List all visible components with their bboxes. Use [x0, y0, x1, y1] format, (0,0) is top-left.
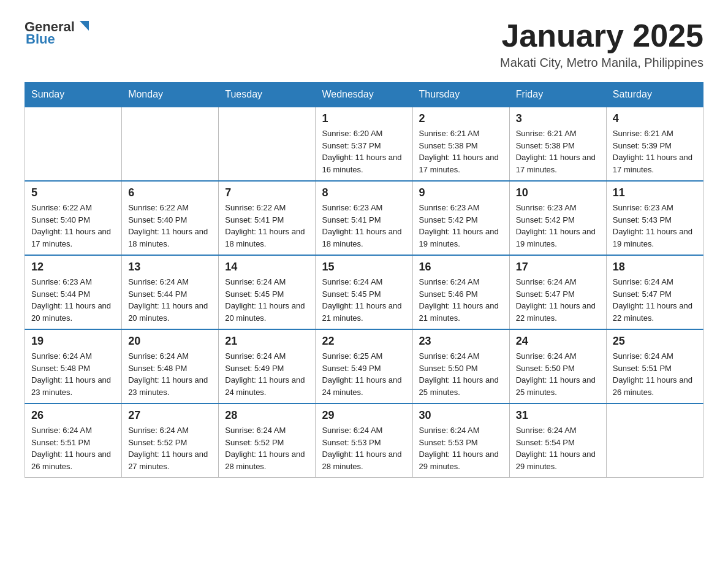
calendar-week-row: 19Sunrise: 6:24 AMSunset: 5:48 PMDayligh… [25, 329, 703, 404]
calendar-cell: 31Sunrise: 6:24 AMSunset: 5:54 PMDayligh… [509, 404, 606, 478]
calendar-cell: 30Sunrise: 6:24 AMSunset: 5:53 PMDayligh… [412, 404, 509, 478]
calendar-cell [25, 107, 122, 181]
day-info: Sunrise: 6:23 AMSunset: 5:42 PMDaylight:… [419, 202, 503, 250]
logo: General Blue [25, 18, 90, 47]
day-number: 20 [128, 335, 212, 348]
day-number: 14 [225, 261, 309, 274]
day-info: Sunrise: 6:23 AMSunset: 5:41 PMDaylight:… [322, 202, 406, 250]
day-number: 23 [419, 335, 503, 348]
day-number: 17 [516, 261, 600, 274]
title-area: January 2025 Makati City, Metro Manila, … [500, 18, 703, 70]
calendar-week-row: 1Sunrise: 6:20 AMSunset: 5:37 PMDaylight… [25, 107, 703, 181]
day-header-monday: Monday [122, 83, 219, 107]
day-number: 3 [516, 112, 600, 125]
day-number: 24 [516, 335, 600, 348]
day-number: 12 [31, 261, 115, 274]
day-header-saturday: Saturday [606, 83, 703, 107]
calendar-cell: 21Sunrise: 6:24 AMSunset: 5:49 PMDayligh… [219, 329, 316, 404]
day-info: Sunrise: 6:24 AMSunset: 5:50 PMDaylight:… [419, 350, 503, 398]
day-number: 7 [225, 186, 309, 199]
day-header-wednesday: Wednesday [316, 83, 412, 107]
day-number: 16 [419, 261, 503, 274]
calendar-cell: 26Sunrise: 6:24 AMSunset: 5:51 PMDayligh… [25, 404, 122, 478]
calendar-cell: 1Sunrise: 6:20 AMSunset: 5:37 PMDaylight… [316, 107, 412, 181]
day-number: 19 [31, 335, 115, 348]
day-number: 28 [225, 409, 309, 422]
day-info: Sunrise: 6:24 AMSunset: 5:45 PMDaylight:… [225, 276, 309, 324]
calendar-cell: 8Sunrise: 6:23 AMSunset: 5:41 PMDaylight… [316, 181, 412, 255]
calendar-cell: 6Sunrise: 6:22 AMSunset: 5:40 PMDaylight… [122, 181, 219, 255]
day-header-sunday: Sunday [25, 83, 122, 107]
day-number: 13 [128, 261, 212, 274]
day-info: Sunrise: 6:24 AMSunset: 5:52 PMDaylight:… [128, 424, 212, 472]
day-info: Sunrise: 6:24 AMSunset: 5:48 PMDaylight:… [128, 350, 212, 398]
day-info: Sunrise: 6:23 AMSunset: 5:42 PMDaylight:… [516, 202, 600, 250]
calendar-cell: 20Sunrise: 6:24 AMSunset: 5:48 PMDayligh… [122, 329, 219, 404]
calendar-cell: 5Sunrise: 6:22 AMSunset: 5:40 PMDaylight… [25, 181, 122, 255]
day-info: Sunrise: 6:24 AMSunset: 5:44 PMDaylight:… [128, 276, 212, 324]
day-number: 2 [419, 112, 503, 125]
calendar-cell: 11Sunrise: 6:23 AMSunset: 5:43 PMDayligh… [606, 181, 703, 255]
calendar-cell [606, 404, 703, 478]
day-info: Sunrise: 6:24 AMSunset: 5:51 PMDaylight:… [613, 350, 697, 398]
location-title: Makati City, Metro Manila, Philippines [500, 56, 703, 70]
day-info: Sunrise: 6:24 AMSunset: 5:53 PMDaylight:… [322, 424, 406, 472]
day-header-thursday: Thursday [412, 83, 509, 107]
day-number: 31 [516, 409, 600, 422]
day-info: Sunrise: 6:21 AMSunset: 5:38 PMDaylight:… [516, 128, 600, 175]
day-header-friday: Friday [509, 83, 606, 107]
svg-marker-0 [80, 21, 89, 31]
month-title: January 2025 [500, 18, 703, 53]
day-info: Sunrise: 6:24 AMSunset: 5:51 PMDaylight:… [31, 424, 115, 472]
day-number: 8 [322, 186, 406, 199]
day-info: Sunrise: 6:23 AMSunset: 5:43 PMDaylight:… [613, 202, 697, 250]
logo-blue-text: Blue [26, 32, 55, 47]
calendar-cell: 19Sunrise: 6:24 AMSunset: 5:48 PMDayligh… [25, 329, 122, 404]
day-info: Sunrise: 6:20 AMSunset: 5:37 PMDaylight:… [322, 128, 406, 175]
calendar-cell [219, 107, 316, 181]
day-info: Sunrise: 6:24 AMSunset: 5:53 PMDaylight:… [419, 424, 503, 472]
day-info: Sunrise: 6:22 AMSunset: 5:41 PMDaylight:… [225, 202, 309, 250]
day-number: 15 [322, 261, 406, 274]
calendar-cell: 24Sunrise: 6:24 AMSunset: 5:50 PMDayligh… [509, 329, 606, 404]
calendar-week-row: 26Sunrise: 6:24 AMSunset: 5:51 PMDayligh… [25, 404, 703, 478]
day-info: Sunrise: 6:24 AMSunset: 5:48 PMDaylight:… [31, 350, 115, 398]
day-number: 11 [613, 186, 697, 199]
logo-triangle-icon [77, 20, 90, 33]
calendar-week-row: 5Sunrise: 6:22 AMSunset: 5:40 PMDaylight… [25, 181, 703, 255]
day-info: Sunrise: 6:24 AMSunset: 5:46 PMDaylight:… [419, 276, 503, 324]
calendar-header-row: SundayMondayTuesdayWednesdayThursdayFrid… [25, 83, 703, 107]
calendar-cell: 29Sunrise: 6:24 AMSunset: 5:53 PMDayligh… [316, 404, 412, 478]
day-header-tuesday: Tuesday [219, 83, 316, 107]
day-info: Sunrise: 6:25 AMSunset: 5:49 PMDaylight:… [322, 350, 406, 398]
calendar-cell: 23Sunrise: 6:24 AMSunset: 5:50 PMDayligh… [412, 329, 509, 404]
calendar-cell: 15Sunrise: 6:24 AMSunset: 5:45 PMDayligh… [316, 255, 412, 329]
calendar-cell: 17Sunrise: 6:24 AMSunset: 5:47 PMDayligh… [509, 255, 606, 329]
day-number: 5 [31, 186, 115, 199]
day-info: Sunrise: 6:24 AMSunset: 5:52 PMDaylight:… [225, 424, 309, 472]
day-number: 10 [516, 186, 600, 199]
day-info: Sunrise: 6:24 AMSunset: 5:47 PMDaylight:… [516, 276, 600, 324]
day-number: 30 [419, 409, 503, 422]
day-info: Sunrise: 6:24 AMSunset: 5:54 PMDaylight:… [516, 424, 600, 472]
calendar-cell: 18Sunrise: 6:24 AMSunset: 5:47 PMDayligh… [606, 255, 703, 329]
day-number: 18 [613, 261, 697, 274]
day-info: Sunrise: 6:22 AMSunset: 5:40 PMDaylight:… [31, 202, 115, 250]
calendar-cell: 13Sunrise: 6:24 AMSunset: 5:44 PMDayligh… [122, 255, 219, 329]
calendar-cell: 12Sunrise: 6:23 AMSunset: 5:44 PMDayligh… [25, 255, 122, 329]
calendar-cell: 16Sunrise: 6:24 AMSunset: 5:46 PMDayligh… [412, 255, 509, 329]
day-info: Sunrise: 6:21 AMSunset: 5:38 PMDaylight:… [419, 128, 503, 175]
calendar-cell: 4Sunrise: 6:21 AMSunset: 5:39 PMDaylight… [606, 107, 703, 181]
calendar-cell: 27Sunrise: 6:24 AMSunset: 5:52 PMDayligh… [122, 404, 219, 478]
calendar-cell: 28Sunrise: 6:24 AMSunset: 5:52 PMDayligh… [219, 404, 316, 478]
day-number: 4 [613, 112, 697, 125]
calendar-cell: 22Sunrise: 6:25 AMSunset: 5:49 PMDayligh… [316, 329, 412, 404]
calendar-cell: 25Sunrise: 6:24 AMSunset: 5:51 PMDayligh… [606, 329, 703, 404]
day-number: 1 [322, 112, 406, 125]
day-number: 25 [613, 335, 697, 348]
header: General Blue January 2025 Makati City, M… [25, 18, 703, 70]
day-info: Sunrise: 6:24 AMSunset: 5:50 PMDaylight:… [516, 350, 600, 398]
calendar-cell: 7Sunrise: 6:22 AMSunset: 5:41 PMDaylight… [219, 181, 316, 255]
calendar-cell: 3Sunrise: 6:21 AMSunset: 5:38 PMDaylight… [509, 107, 606, 181]
day-info: Sunrise: 6:24 AMSunset: 5:45 PMDaylight:… [322, 276, 406, 324]
